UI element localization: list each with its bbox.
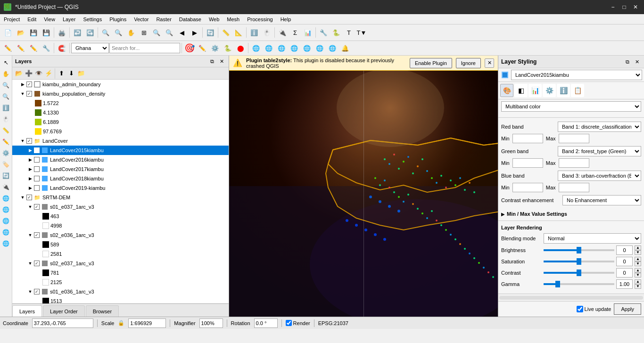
sidebar-edit[interactable]: ⚙️ (1, 148, 11, 158)
h-scrollbar[interactable] (498, 294, 644, 301)
globe1[interactable]: 🌐 (250, 42, 262, 54)
menu-edit[interactable]: Edit (24, 14, 40, 24)
zoom-prev-button[interactable]: ◀ (176, 26, 188, 39)
sidebar-pan[interactable]: ✋ (1, 69, 11, 79)
layer-checkbox[interactable] (34, 166, 40, 172)
open-button[interactable]: 📂 (15, 26, 27, 39)
plugin-close-button[interactable]: ✕ (485, 58, 494, 68)
contrast-select[interactable]: No Enhancement (562, 195, 641, 205)
live-update-checkbox[interactable] (577, 306, 583, 312)
gamma-input[interactable] (616, 279, 633, 289)
sidebar-plugin1[interactable]: 🔌 (1, 182, 11, 192)
sidebar-plugin6[interactable]: 🌐 (1, 238, 11, 249)
contrast-slider-track[interactable] (544, 272, 614, 274)
layer-down-button[interactable]: ⬇ (66, 69, 76, 78)
menu-web[interactable]: Web (205, 14, 223, 24)
map-canvas[interactable]: ⚠️ Plugin table2style: This plugin is di… (229, 56, 498, 317)
python-console[interactable]: 🐍 (222, 42, 234, 54)
sidebar-identify[interactable]: 🖱️ (1, 114, 11, 124)
layer-checkbox[interactable]: ✓ (34, 204, 40, 210)
info-button[interactable]: ℹ️ (248, 26, 260, 39)
panel-float-button[interactable]: ⧉ (208, 57, 216, 65)
menu-vector[interactable]: Vector (130, 14, 152, 24)
digitize4-button[interactable]: 🔧 (40, 42, 52, 54)
sidebar-select[interactable]: ↖ (1, 57, 11, 68)
refresh-button[interactable]: 🔄 (204, 26, 216, 39)
layer-checkbox[interactable] (34, 176, 40, 181)
saturation-slider-track[interactable] (544, 261, 614, 262)
render-icon[interactable]: ⚙️ (543, 84, 556, 97)
legend-icon[interactable]: 📋 (571, 84, 584, 97)
color-render-icon[interactable]: 🎨 (500, 84, 513, 97)
map-tool2[interactable]: ✏️ (196, 42, 208, 54)
menu-database[interactable]: Database (175, 14, 205, 24)
menu-help[interactable]: Help (277, 14, 295, 24)
panel-close-button[interactable]: ✕ (217, 57, 226, 65)
layer-checkbox[interactable]: ✓ (26, 195, 32, 200)
layer-item[interactable]: ▶ LandCover2017kiambu (12, 164, 229, 174)
save-button[interactable]: 💾 (27, 26, 40, 39)
coordinate-input[interactable] (32, 318, 93, 328)
zoom-full-button[interactable]: ⊞ (138, 26, 150, 39)
menu-mesh[interactable]: Mesh (223, 14, 243, 24)
contrast-up[interactable]: ▲ (635, 268, 641, 273)
layer-item[interactable]: ▼ ✓ kiambu_population_density (12, 89, 229, 98)
brightness-slider-track[interactable] (544, 249, 614, 251)
saturation-slider-thumb[interactable] (577, 258, 581, 265)
saturation-down[interactable]: ▼ (635, 261, 641, 266)
globe6[interactable]: 🌐 (314, 42, 326, 54)
text2-button[interactable]: T▼ (355, 26, 368, 39)
saveas-button[interactable]: 💾 (40, 26, 52, 39)
sidebar-draw[interactable]: ✏️ (1, 137, 11, 147)
open-layer-button[interactable]: 📂 (14, 69, 24, 78)
layer-checkbox[interactable]: ✓ (34, 232, 40, 238)
saturation-up[interactable]: ▲ (635, 257, 641, 261)
sidebar-zoom-out[interactable]: 🔍 (1, 91, 11, 102)
layer-item[interactable]: ▼ ✓ 📁 LandCover (12, 136, 229, 146)
red-max-input[interactable] (559, 134, 589, 143)
layer-item-selected[interactable]: ▶ ✓ LandCover2015kiambu (12, 146, 229, 155)
green-max-input[interactable] (559, 158, 589, 168)
python-button[interactable]: 🐍 (330, 26, 342, 39)
digitize3-button[interactable]: ✏️ (27, 42, 40, 54)
green-band-select[interactable]: Band 2: forest_type (Green) (558, 146, 641, 156)
rotation-input[interactable] (254, 318, 278, 328)
zoom-layer-button[interactable]: 🔍 (150, 26, 163, 39)
blue-min-input[interactable] (512, 183, 543, 192)
gamma-down[interactable]: ▼ (635, 284, 641, 289)
blue-band-select[interactable]: Band 3: urban-coverfraction (Blue) (558, 171, 641, 181)
zoom-out-button[interactable]: 🔍 (112, 26, 124, 39)
map-tool1[interactable]: 🎯 (183, 42, 196, 54)
metadata-icon[interactable]: ℹ️ (557, 84, 570, 97)
histogram-icon[interactable]: 📊 (528, 84, 542, 97)
text-button[interactable]: T (343, 26, 355, 39)
sidebar-plugin2[interactable]: 🌐 (1, 193, 11, 204)
zoom-select-button[interactable]: 🔍 (163, 26, 175, 39)
menu-processing[interactable]: Processing (243, 14, 276, 24)
render-checkbox[interactable] (286, 320, 292, 326)
globe2[interactable]: 🌐 (263, 42, 275, 54)
red-tool[interactable]: ⬤ (234, 42, 247, 54)
pan-button[interactable]: ✋ (125, 26, 137, 39)
contrast-input[interactable] (616, 268, 633, 278)
styling-float-button[interactable]: ⧉ (623, 57, 632, 66)
select-button[interactable]: 🖱️ (261, 26, 273, 39)
enable-plugin-button[interactable]: Enable Plugin (410, 58, 452, 68)
digitize1-button[interactable]: ✏️ (2, 42, 14, 54)
layer-item[interactable]: ▶ LandCover2019-kiambu (12, 183, 229, 193)
brightness-slider-thumb[interactable] (577, 247, 581, 253)
sidebar-zoom-in[interactable]: 🔍 (1, 80, 11, 90)
red-min-input[interactable] (512, 134, 543, 143)
zoom-next-button[interactable]: ▶ (189, 26, 201, 39)
undo-button[interactable]: ↩️ (71, 26, 83, 39)
sidebar-label[interactable]: 🏷️ (1, 159, 11, 170)
layer-checkbox[interactable]: ✓ (26, 138, 32, 144)
brightness-input[interactable] (616, 245, 633, 255)
globe5[interactable]: 🌐 (301, 42, 313, 54)
menu-settings[interactable]: Settings (79, 14, 106, 24)
map-tool3[interactable]: ⚙️ (209, 42, 221, 54)
layer-visible-toggle[interactable]: 👁️ (34, 69, 43, 78)
print-button[interactable]: 🖨️ (56, 26, 68, 39)
render-type-select[interactable]: Multiband color (501, 101, 641, 112)
measure-area-button[interactable]: 📐 (232, 26, 245, 39)
